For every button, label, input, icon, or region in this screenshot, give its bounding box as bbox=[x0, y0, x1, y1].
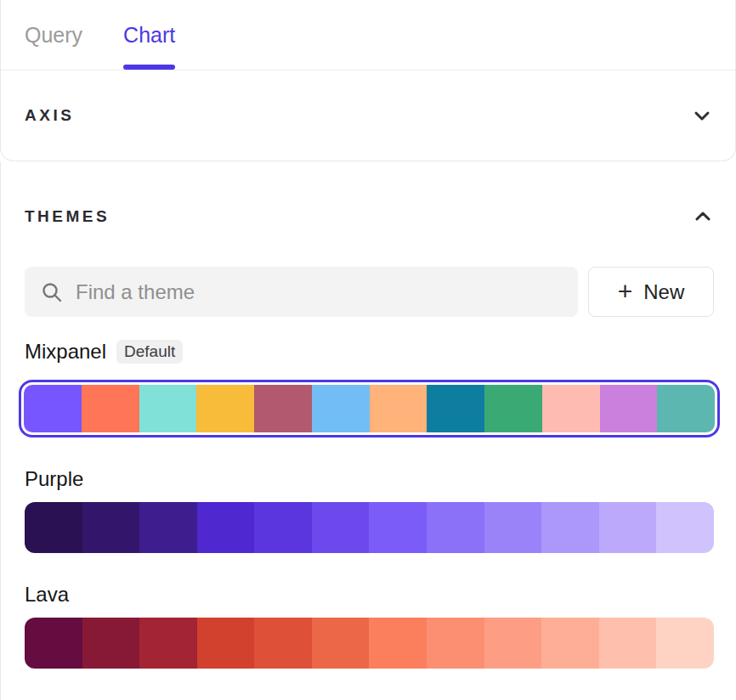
themes-toolbar: + New bbox=[25, 267, 714, 317]
theme-head: Purple bbox=[25, 466, 714, 492]
palette-strip[interactable] bbox=[24, 385, 715, 432]
top-card: Query Chart AXIS bbox=[0, 0, 736, 161]
tab-query-label: Query bbox=[25, 23, 82, 48]
theme-list: MixpanelDefaultPurpleLavaMint bbox=[25, 339, 714, 700]
color-swatch bbox=[312, 618, 370, 669]
chevron-down-icon[interactable] bbox=[691, 104, 713, 127]
theme-head: Lava bbox=[25, 582, 714, 607]
tab-chart-label: Chart bbox=[123, 23, 175, 48]
color-swatch bbox=[139, 502, 197, 553]
chevron-up-icon[interactable] bbox=[692, 206, 714, 228]
color-swatch bbox=[139, 385, 197, 432]
color-swatch bbox=[542, 385, 600, 432]
color-swatch bbox=[24, 385, 82, 432]
color-swatch bbox=[600, 385, 658, 432]
chart-settings-panel: Query Chart AXIS THEMES bbox=[0, 0, 736, 700]
plus-icon: + bbox=[618, 279, 633, 304]
new-theme-button[interactable]: + New bbox=[588, 267, 714, 317]
color-swatch bbox=[254, 618, 312, 669]
new-theme-button-label: New bbox=[643, 280, 684, 304]
theme-name: Purple bbox=[25, 466, 83, 492]
palette-strip[interactable] bbox=[25, 618, 714, 669]
tab-chart[interactable]: Chart bbox=[123, 0, 175, 70]
selected-theme-ring[interactable] bbox=[19, 380, 720, 438]
color-swatch bbox=[427, 502, 484, 553]
theme-item: MixpanelDefault bbox=[25, 339, 714, 438]
theme-search-box[interactable] bbox=[25, 267, 578, 317]
color-swatch bbox=[82, 502, 140, 553]
color-swatch bbox=[25, 618, 82, 669]
tab-bar: Query Chart bbox=[1, 0, 735, 71]
color-swatch bbox=[197, 618, 255, 669]
search-input[interactable] bbox=[76, 280, 562, 304]
theme-item: Lava bbox=[25, 582, 714, 669]
theme-item: Purple bbox=[25, 466, 714, 553]
color-swatch bbox=[484, 502, 542, 553]
theme-head: MixpanelDefault bbox=[25, 339, 714, 364]
color-swatch bbox=[427, 618, 484, 669]
color-swatch bbox=[656, 502, 714, 553]
axis-section-header[interactable]: AXIS bbox=[1, 71, 735, 161]
color-swatch bbox=[196, 385, 254, 432]
palette-strip[interactable] bbox=[25, 502, 714, 553]
color-swatch bbox=[197, 502, 255, 553]
color-swatch bbox=[599, 618, 657, 669]
color-swatch bbox=[254, 385, 312, 432]
theme-name: Mixpanel bbox=[25, 339, 106, 364]
color-swatch bbox=[369, 502, 427, 553]
color-swatch bbox=[370, 385, 427, 432]
color-swatch bbox=[312, 502, 370, 553]
color-swatch bbox=[484, 385, 542, 432]
themes-card: THEMES + New MixpanelDefaultPurpleLavaMi… bbox=[0, 161, 736, 700]
color-swatch bbox=[25, 502, 82, 553]
themes-section-title: THEMES bbox=[25, 207, 110, 226]
theme-name: Lava bbox=[25, 582, 69, 607]
color-swatch bbox=[656, 618, 714, 669]
color-swatch bbox=[82, 385, 139, 432]
search-icon bbox=[41, 281, 63, 303]
color-swatch bbox=[427, 385, 484, 432]
color-swatch bbox=[312, 385, 370, 432]
color-swatch bbox=[369, 618, 427, 669]
color-swatch bbox=[139, 618, 197, 669]
color-swatch bbox=[541, 618, 599, 669]
tab-query[interactable]: Query bbox=[25, 0, 82, 70]
default-badge: Default bbox=[116, 340, 183, 364]
color-swatch bbox=[541, 502, 599, 553]
color-swatch bbox=[82, 618, 140, 669]
color-swatch bbox=[657, 385, 715, 432]
color-swatch bbox=[254, 502, 312, 553]
axis-section-title: AXIS bbox=[25, 106, 74, 125]
color-swatch bbox=[599, 502, 657, 553]
color-swatch bbox=[484, 618, 542, 669]
active-tab-indicator bbox=[123, 65, 175, 70]
themes-section-header[interactable]: THEMES bbox=[25, 161, 714, 228]
